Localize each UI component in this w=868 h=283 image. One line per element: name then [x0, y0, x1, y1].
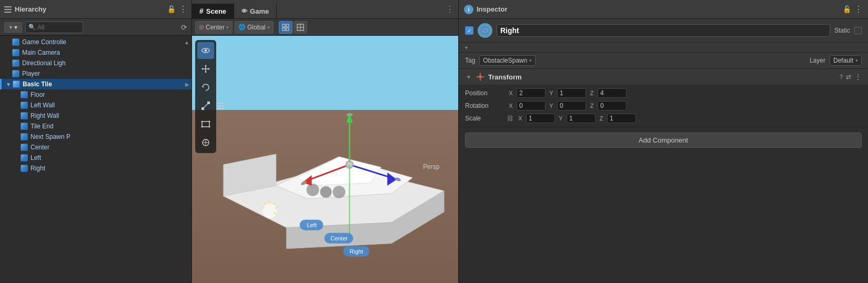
- global-dropdown[interactable]: 🌐 Global ▾: [235, 21, 274, 34]
- svg-rect-3: [286, 28, 289, 31]
- move-tool-button[interactable]: [197, 60, 214, 77]
- svg-rect-1: [286, 24, 289, 27]
- expand-arrow: ▼: [5, 82, 12, 87]
- hierarchy-list: Game Controlle ▲ Main Camera Directional…: [0, 36, 191, 283]
- component-help-icon[interactable]: ?: [840, 74, 843, 80]
- inspector-lock-icon[interactable]: 🔓: [843, 5, 851, 13]
- scale-z-label: Z: [598, 115, 605, 122]
- tag-value: ObstacleSpawn: [483, 57, 527, 64]
- svg-point-34: [332, 186, 345, 198]
- tag-layer-row: Tag ObstacleSpawn ▾ Layer Default ▾: [459, 53, 868, 69]
- eye-icon: [201, 46, 210, 55]
- hierarchy-item-left[interactable]: Left: [0, 153, 191, 163]
- scale-x-field[interactable]: [526, 114, 555, 123]
- scene-tab[interactable]: # Scene: [192, 3, 234, 18]
- rotation-label: Rotation: [465, 102, 507, 109]
- rect-icon: [201, 119, 210, 129]
- hierarchy-item-game-controller[interactable]: Game Controlle ▲: [0, 37, 191, 47]
- hierarchy-refresh-button[interactable]: ⟳: [181, 23, 187, 32]
- hierarchy-toolbar: + ▾ 🔍 ⟳: [0, 19, 191, 36]
- scale-x-label: X: [517, 115, 524, 122]
- hierarchy-item-main-camera[interactable]: Main Camera: [0, 47, 191, 58]
- hierarchy-item-right-wall[interactable]: Right Wall: [0, 110, 191, 121]
- svg-text:Center: Center: [330, 235, 348, 241]
- game-tab-label: Game: [250, 7, 269, 15]
- eye-tool-button[interactable]: [197, 42, 214, 59]
- component-settings-icon[interactable]: ⇄: [846, 73, 851, 80]
- scene-viewport[interactable]: Left Center Right Persp: [192, 36, 458, 283]
- hierarchy-title: Hierarchy: [15, 5, 164, 13]
- scene-tab-bar: # Scene 👁 Game ⋮: [192, 0, 458, 19]
- game-tab[interactable]: 👁 Game: [234, 3, 277, 18]
- inspector-more-icon[interactable]: ⋮: [854, 4, 863, 14]
- object-name-field[interactable]: [497, 24, 830, 37]
- hierarchy-lock-icon[interactable]: 🔓: [167, 5, 176, 13]
- position-label: Position: [465, 89, 507, 97]
- scene-tab-icon: #: [199, 7, 204, 15]
- svg-marker-73: [476, 76, 478, 78]
- hierarchy-item-basic-tile[interactable]: ▼ Basic Tile ▶: [0, 79, 191, 89]
- inspector-info-icon: i: [464, 5, 473, 14]
- tag-dropdown[interactable]: ObstacleSpawn ▾: [479, 55, 536, 66]
- cube-icon: [12, 69, 20, 78]
- cube-icon: [12, 80, 21, 88]
- component-expand-arrow: ▼: [465, 73, 472, 80]
- layer-dropdown[interactable]: Default ▾: [830, 55, 862, 66]
- add-icon: +: [9, 24, 13, 31]
- hierarchy-menu-icon[interactable]: [4, 6, 12, 13]
- rotation-x-field[interactable]: [517, 101, 546, 110]
- scale-y-field[interactable]: [567, 114, 596, 123]
- hierarchy-item-next-spawn[interactable]: Next Spawn P: [0, 132, 191, 142]
- hierarchy-item-player[interactable]: Player: [0, 68, 191, 79]
- object-header: ✓ Static: [459, 19, 868, 43]
- hierarchy-item-center[interactable]: Center: [0, 142, 191, 153]
- svg-marker-74: [483, 76, 485, 78]
- svg-rect-2: [282, 28, 285, 31]
- svg-marker-13: [201, 68, 203, 70]
- dropdown-arrow-icon: ▾: [465, 45, 468, 50]
- transform-tool-button[interactable]: [197, 134, 214, 151]
- svg-marker-71: [480, 73, 481, 74]
- object-enabled-checkbox[interactable]: ✓: [465, 26, 473, 35]
- hierarchy-item-left-wall[interactable]: Left Wall: [0, 100, 191, 110]
- static-checkbox[interactable]: [854, 27, 862, 34]
- rotate-tool-button[interactable]: [197, 79, 214, 96]
- scene-tabs-more-icon[interactable]: ⋮: [441, 4, 458, 14]
- rotation-y-field[interactable]: [557, 101, 586, 110]
- svg-line-49: [275, 208, 277, 208]
- rect-tool-button[interactable]: [197, 116, 214, 133]
- rotate-icon: [201, 83, 210, 92]
- inspector-body: ✓ Static ▾ Tag ObstacleSpawn ▾ Layer: [459, 19, 868, 283]
- scale-label: Scale: [465, 115, 507, 122]
- center-dropdown[interactable]: ◎ Center ▾: [195, 21, 233, 34]
- rotation-y-label: Y: [548, 103, 555, 109]
- position-y-field[interactable]: [557, 88, 586, 98]
- position-row: Position X Y Z: [459, 87, 868, 99]
- position-x-field[interactable]: [517, 88, 546, 98]
- component-header[interactable]: ▼ Transform ?: [459, 69, 868, 85]
- hierarchy-more-icon[interactable]: ⋮: [179, 4, 187, 14]
- grid-tool-button[interactable]: [279, 21, 292, 34]
- hierarchy-item-floor[interactable]: Floor: [0, 89, 191, 100]
- cube-icon: [20, 164, 28, 173]
- scale-tool-button[interactable]: [197, 97, 214, 114]
- hierarchy-item-right[interactable]: Right: [0, 163, 191, 174]
- hierarchy-item-tile-end[interactable]: Tile End: [0, 121, 191, 132]
- scale-y-label: Y: [557, 115, 564, 122]
- add-component-button[interactable]: Add Component: [465, 133, 862, 148]
- scale-z-field[interactable]: [607, 114, 636, 123]
- position-z-field[interactable]: [598, 88, 627, 98]
- hierarchy-item-directional-light[interactable]: Directional Ligh: [0, 58, 191, 68]
- transform-title: Transform: [488, 73, 836, 81]
- tag-label: Tag: [465, 57, 475, 64]
- svg-rect-0: [282, 24, 285, 27]
- static-label: Static: [834, 27, 850, 34]
- center-label: Center: [206, 24, 225, 31]
- component-more-icon[interactable]: ⋮: [854, 73, 862, 81]
- gizmo-tool-button[interactable]: [294, 21, 307, 34]
- add-button[interactable]: + ▾: [4, 22, 22, 33]
- rotation-z-field[interactable]: [598, 101, 627, 110]
- svg-rect-17: [207, 102, 210, 104]
- position-z-label: Z: [588, 90, 596, 96]
- item-label: Floor: [31, 91, 45, 98]
